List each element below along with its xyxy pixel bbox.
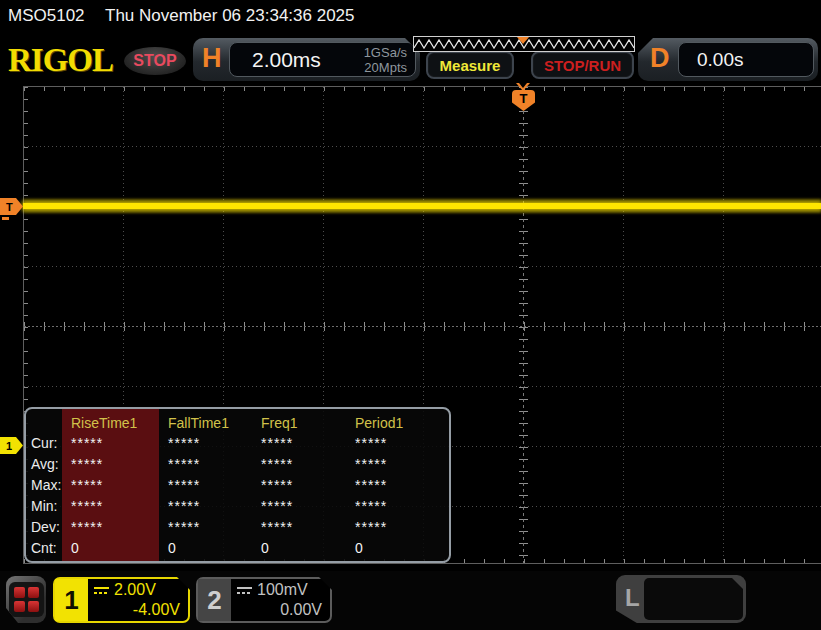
bottom-status-bar: 1 2.00V -4.00V 2 100mV 0.00V L	[0, 571, 821, 630]
channel2-status-block[interactable]: 2 100mV 0.00V	[196, 577, 332, 623]
digital-channels-panel: 0 1 2 3 4 5 6 7 8 9 1011 12131415	[644, 578, 743, 620]
measure-row-label: Cnt:	[26, 538, 62, 559]
timebase-inner-panel: 2.00ms 1GSa/s 20Mpts	[229, 42, 416, 77]
trigger-level-tick-icon	[2, 217, 9, 220]
measure-column-header: FallTime1	[159, 412, 252, 434]
stop-run-button[interactable]: STOP/RUN	[531, 51, 634, 79]
measure-value: *****	[252, 475, 346, 496]
digital-channels-row1: 0 1 2 3 4 5 6 7	[653, 618, 743, 630]
measure-value: *****	[346, 433, 439, 454]
measure-value: 0	[62, 538, 159, 559]
measure-value: *****	[62, 475, 159, 496]
gridline-horizontal	[24, 266, 821, 267]
measure-value: *****	[252, 496, 346, 517]
measure-value: *****	[252, 454, 346, 475]
horizontal-timebase-box[interactable]: H 2.00ms 1GSa/s 20Mpts	[193, 38, 420, 81]
channel1-status-block[interactable]: 1 2.00V -4.00V	[53, 577, 190, 623]
trigger-level-marker-icon[interactable]: T	[0, 198, 23, 215]
measure-value: *****	[346, 517, 439, 538]
menu-grid-icon	[9, 582, 44, 617]
logic-analyzer-block[interactable]: L 0 1 2 3 4 5 6 7 8 9 1011 12131415	[616, 575, 746, 623]
gridline-horizontal	[24, 386, 821, 387]
graticule-bottom-border	[23, 563, 821, 564]
sample-rate: 1GSa/s	[364, 45, 407, 60]
datetime-text: Thu November 06 23:34:36 2025	[105, 6, 355, 26]
center-horizontal-axis	[24, 326, 821, 327]
measure-value: *****	[159, 475, 252, 496]
measure-value: *****	[252, 517, 346, 538]
measure-row-label: Avg:	[26, 454, 62, 475]
trigger-delay-box[interactable]: D 0.00s	[638, 38, 818, 81]
waveform-overview-strip[interactable]	[413, 36, 635, 52]
trigger-position-marker-icon[interactable]: T	[512, 90, 535, 111]
measure-row-label: Cur:	[26, 433, 62, 454]
gridline-horizontal	[24, 146, 821, 147]
measure-value: *****	[346, 454, 439, 475]
top-info-bar: MSO5102 Thu November 06 23:34:36 2025	[0, 0, 821, 32]
memory-depth: 20Mpts	[364, 60, 407, 75]
measure-value: *****	[159, 433, 252, 454]
measure-column-header: Freq1	[252, 412, 346, 434]
measure-value: 0	[159, 538, 252, 559]
channel1-scale: 2.00V	[114, 580, 156, 600]
measurement-grid: RiseTime1 FallTime1 Freq1 Period1 Cur: *…	[26, 409, 449, 559]
channel1-number: 1	[55, 579, 88, 621]
menu-button[interactable]	[6, 576, 46, 623]
delay-value: 0.00s	[697, 49, 743, 71]
channel2-number: 2	[198, 579, 231, 621]
logic-analyzer-label: L	[625, 584, 640, 612]
measure-value: *****	[159, 496, 252, 517]
model-name: MSO5102	[8, 6, 85, 26]
channel1-trace	[23, 203, 821, 209]
measure-column-header: RiseTime1	[62, 412, 159, 434]
horizontal-label: H	[202, 43, 222, 74]
measure-row-label: Min:	[26, 496, 62, 517]
channel2-values: 100mV 0.00V	[237, 580, 322, 620]
center-vertical-axis	[523, 87, 524, 563]
oscilloscope-screen: MSO5102 Thu November 06 23:34:36 2025 RI…	[0, 0, 821, 630]
measure-value: *****	[62, 496, 159, 517]
dc-coupling-icon	[237, 586, 252, 595]
channel2-offset: 0.00V	[237, 600, 322, 620]
delay-inner-panel: 0.00s	[678, 42, 814, 77]
measure-value: 0	[252, 538, 346, 559]
measure-row-label: Max:	[26, 475, 62, 496]
trigger-position-chevron-inner	[519, 83, 527, 88]
channel1-position-marker-icon[interactable]: 1	[0, 437, 23, 454]
timebase-value: 2.00ms	[252, 48, 321, 72]
channel1-offset: -4.00V	[94, 600, 180, 620]
overview-trigger-position-icon[interactable]	[517, 37, 529, 44]
measure-value: *****	[346, 475, 439, 496]
acquisition-status-badge: STOP	[124, 47, 186, 75]
measure-row-label: Dev:	[26, 517, 62, 538]
dc-coupling-icon	[94, 586, 109, 595]
channel1-values: 2.00V -4.00V	[94, 580, 180, 620]
measure-value: *****	[62, 517, 159, 538]
rigol-logo: RIGOL	[8, 42, 113, 79]
measurement-results-table: RiseTime1 FallTime1 Freq1 Period1 Cur: *…	[24, 407, 451, 563]
measure-button[interactable]: Measure	[426, 51, 514, 79]
measure-column-header: Period1	[346, 412, 439, 434]
measure-value: *****	[159, 454, 252, 475]
measure-value: *****	[252, 433, 346, 454]
measure-value: *****	[62, 433, 159, 454]
measure-value: *****	[346, 496, 439, 517]
measure-value: *****	[62, 454, 159, 475]
delay-label: D	[650, 43, 670, 74]
sample-rate-info: 1GSa/s 20Mpts	[364, 45, 407, 75]
channel2-scale: 100mV	[257, 580, 308, 600]
measure-value: *****	[159, 517, 252, 538]
measure-value: 0	[346, 538, 439, 559]
